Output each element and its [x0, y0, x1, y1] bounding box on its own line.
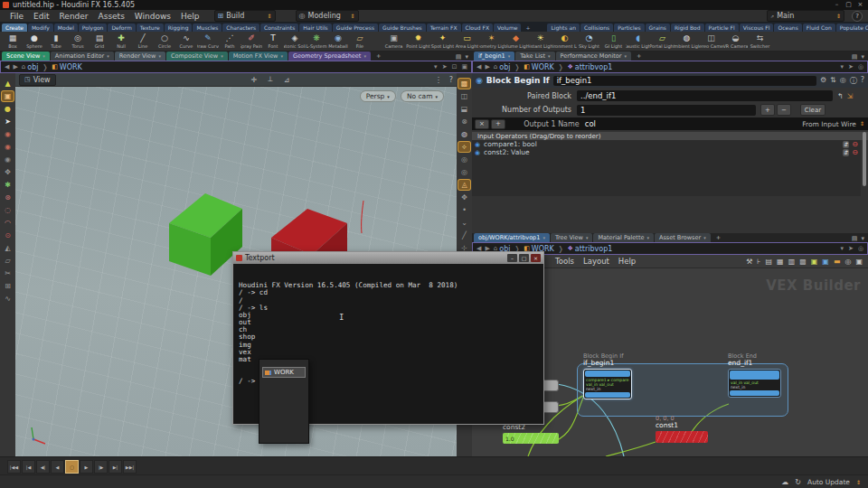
refresh-icon[interactable]: ↻ — [795, 478, 801, 486]
shelf-tool[interactable]: ✎Draw Curve — [197, 33, 219, 49]
transport-button[interactable]: ▶ — [80, 460, 93, 474]
breadcrumb-root[interactable]: ⌂obj — [494, 63, 511, 71]
shelf-tool[interactable]: ◎Torus — [67, 33, 89, 49]
shelf-tab[interactable]: Modify — [28, 23, 53, 32]
shelf-tool[interactable]: ◈Platonic Solids — [284, 33, 306, 49]
shelf-tool[interactable]: ◫Stereo Camera — [699, 33, 723, 49]
shelf-tab[interactable]: Cloud FX — [462, 23, 494, 32]
viewport-tool-icon[interactable]: ⊞ — [2, 281, 14, 291]
shelf-tool[interactable]: ⇆Switcher — [748, 33, 772, 49]
network-toolbar-icon[interactable]: ◎ — [844, 258, 851, 266]
remove-icon[interactable]: ⊖ — [852, 141, 858, 148]
back-icon[interactable]: ◀ — [476, 63, 481, 70]
shelf-tab[interactable]: Particles — [614, 23, 644, 32]
scrollbar[interactable] — [863, 132, 866, 186]
pane-tab[interactable]: Render View▾ — [115, 52, 165, 61]
shelf-tool[interactable]: ▯GI Light — [601, 33, 626, 49]
shelf-tab[interactable]: Viscous Fl — [740, 23, 774, 32]
breadcrumb-node[interactable]: ◧WORK — [52, 63, 82, 71]
breadcrumb-root[interactable]: ⌂obj — [22, 63, 39, 71]
transport-button[interactable]: |▶ — [94, 460, 108, 474]
transport-button[interactable]: ◀| — [36, 460, 50, 474]
node-body[interactable]: val_in val_outnext_in — [728, 369, 781, 398]
viewport-tool-icon[interactable]: ◎ — [458, 155, 470, 164]
breadcrumb-mid[interactable]: ◧WORK — [524, 63, 554, 71]
network-toolbar-icon[interactable]: ▣ — [822, 258, 829, 266]
desktop-selector[interactable]: ⊞ Build ⇕ — [214, 10, 276, 22]
pin-icon[interactable]: ➤ — [848, 245, 854, 252]
node-body[interactable]: compare1 ▸ compareval_in val_outnext_in — [583, 369, 632, 399]
shelf-tool[interactable]: ▭Area Light — [455, 33, 479, 49]
path-icon[interactable]: ▾ — [434, 63, 438, 70]
shelf-tab[interactable]: Oceans — [774, 23, 801, 32]
pane-tab[interactable]: Asset Browser▾ — [655, 233, 711, 242]
shelf-tool[interactable]: ◍Ambient Light — [675, 33, 699, 49]
viewport-tool-icon[interactable]: ● — [2, 104, 14, 114]
shelf-tool[interactable]: ✚Null — [110, 33, 132, 49]
mode-selector[interactable]: ◎ Modeling ⇕ — [296, 10, 359, 22]
shelf-tab[interactable]: Muscles — [193, 23, 222, 32]
network-toolbar-icon[interactable]: ▣ — [811, 258, 818, 266]
viewport-tool-icon[interactable]: ◫ — [458, 91, 470, 101]
reorder-icon[interactable]: ⇵ — [843, 149, 849, 156]
shelf-tab[interactable]: Populate C — [836, 23, 868, 32]
shelf-tool[interactable]: ◖Caustic Light — [626, 33, 650, 49]
shelf-tab[interactable]: Hair Utils — [299, 23, 331, 32]
chevron-down-icon[interactable]: ▾ — [465, 53, 468, 61]
shelf-tab[interactable]: Fluid Con — [803, 23, 835, 32]
shelf-tool[interactable]: ◆Volume Light — [504, 33, 528, 49]
menu-item[interactable]: Layout — [583, 257, 609, 266]
output1-mode-select[interactable]: From Input Wire — [802, 120, 856, 128]
path-icon[interactable]: ▣ — [461, 63, 467, 70]
viewport-tool-icon[interactable]: ▩ — [458, 79, 470, 89]
menu-item[interactable]: Windows — [135, 12, 171, 21]
pane-menu-icon[interactable]: ▤ — [852, 53, 858, 61]
menu-item[interactable]: Help — [181, 12, 200, 21]
maximize-icon[interactable]: ▢ — [519, 254, 529, 262]
shelf-tool[interactable]: ▮Tube — [45, 33, 67, 49]
network-toolbar-icon[interactable]: ▥ — [788, 258, 796, 266]
forward-icon[interactable]: ▶ — [13, 63, 17, 70]
shelf-tool[interactable]: ▱Portal Light — [650, 33, 675, 49]
menu-item[interactable]: Help — [618, 257, 636, 266]
pane-tab[interactable]: Geometry Spreadsheet▾ — [288, 52, 371, 61]
network-toolbar-icon[interactable]: ⚒ — [746, 258, 752, 266]
path-icon[interactable]: ⊡ — [452, 63, 458, 70]
clear-button[interactable]: Clear — [800, 104, 826, 116]
node-name-field[interactable]: if_begin1 — [553, 76, 816, 86]
pane-tab[interactable]: Composite View▾ — [166, 52, 228, 61]
header-icon[interactable]: ⓘ — [850, 76, 857, 86]
viewport-tool-icon[interactable]: ⌄ — [458, 218, 470, 228]
chevron-down-icon[interactable]: ▾ — [841, 63, 844, 70]
input-operator-row[interactable]: ◉ const2: Value ⇵ ⊖ — [472, 148, 861, 156]
shelf-tool[interactable]: ◐Environment Light — [552, 33, 577, 49]
chevron-down-icon[interactable]: ▾ — [861, 235, 864, 242]
shelf-tool[interactable]: ❋L-System — [306, 33, 327, 49]
add-output-button[interactable]: + — [491, 119, 505, 129]
remove-icon[interactable]: ⊖ — [852, 149, 858, 156]
shelf-tab[interactable]: Volume — [494, 23, 521, 32]
chevron-down-icon[interactable]: ▾ — [861, 53, 864, 61]
network-toolbar-icon[interactable]: ▩ — [799, 258, 807, 266]
shelf-tab[interactable]: Create — [2, 23, 27, 32]
shelf-tool[interactable]: ✐Spray Paint — [241, 33, 262, 49]
viewport-tool-icon[interactable]: ⊗ — [458, 117, 470, 127]
reorder-icon[interactable]: ⇵ — [843, 141, 849, 148]
viewport-tool-icon[interactable]: ⊛ — [2, 192, 14, 202]
viewport-tool-icon[interactable]: ➤ — [2, 117, 14, 127]
shelf-tool[interactable]: ╱Line — [132, 33, 154, 49]
network-toolbar-icon[interactable]: ▬ — [834, 258, 841, 266]
paired-block-field[interactable]: ../end_if1 — [577, 90, 833, 101]
update-mode-select[interactable]: Auto Update — [807, 478, 850, 486]
node-end-if1[interactable]: Block End end_if1 val_in val_outnext_in — [728, 353, 781, 398]
main-take-selector[interactable]: ⇗ Main ⇕ — [767, 10, 844, 22]
autocomplete-item[interactable]: WORK — [262, 367, 306, 378]
toolbar-icon[interactable]: ✛ — [251, 76, 258, 84]
viewport-tool-icon[interactable]: ⊙ — [2, 230, 14, 240]
header-icon[interactable]: ◎ — [840, 76, 846, 86]
pane-menu-icon[interactable]: ▤ — [456, 53, 462, 61]
increment-button[interactable]: + — [760, 104, 775, 116]
outputs-field[interactable]: 1 — [577, 105, 756, 116]
viewport-tool-icon[interactable]: ✥ — [2, 167, 14, 177]
textport-title-bar[interactable]: Textport – ▢ × — [233, 252, 543, 264]
